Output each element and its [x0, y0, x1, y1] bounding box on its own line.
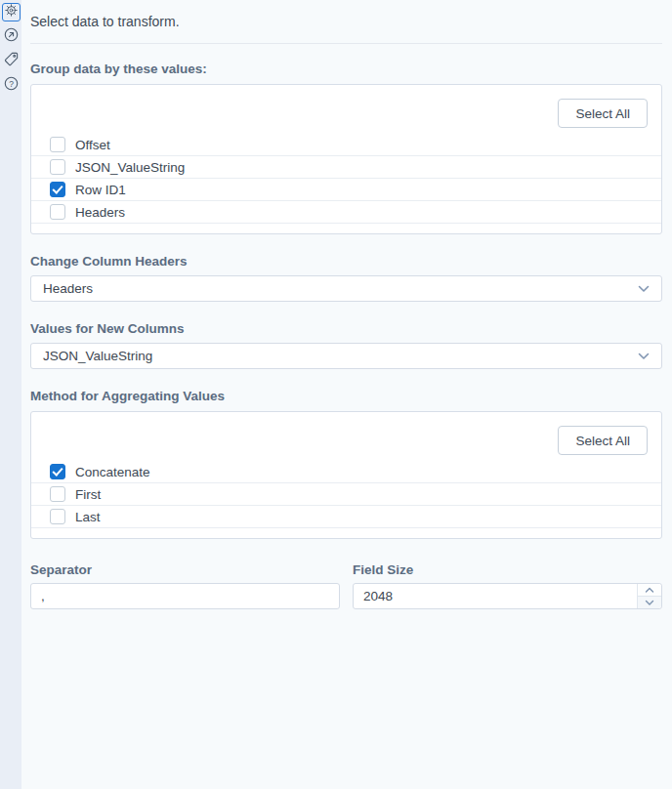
chevron-down-icon: [638, 285, 650, 293]
list-item[interactable]: Concatenate: [31, 461, 661, 483]
spin-up-button[interactable]: [638, 584, 661, 596]
list-item[interactable]: Last: [31, 506, 661, 528]
tool-config-icon-rail: ?: [0, 0, 21, 789]
checkbox-label: Headers: [75, 205, 125, 220]
tab-settings[interactable]: [2, 3, 21, 21]
svg-text:?: ?: [9, 79, 14, 89]
select-value: JSON_ValueString: [43, 349, 638, 363]
list-item[interactable]: Row ID1: [31, 179, 661, 201]
list-item[interactable]: Offset: [31, 134, 661, 156]
field-size-spinner: [637, 584, 661, 608]
group-by-select-all-button[interactable]: Select All: [558, 99, 648, 128]
field-size-label: Field Size: [353, 562, 662, 577]
list-item[interactable]: JSON_ValueString: [31, 156, 661, 179]
tool-configuration-panel: Select data to transform. Group data by …: [21, 0, 672, 789]
tab-help[interactable]: ?: [2, 76, 21, 95]
field-size-input[interactable]: [353, 583, 662, 609]
group-by-label: Group data by these values:: [30, 62, 662, 76]
checkbox[interactable]: [50, 509, 65, 524]
column-headers-label: Change Column Headers: [30, 254, 662, 269]
checkbox-label: Concatenate: [75, 465, 150, 479]
list-item[interactable]: Headers: [31, 201, 661, 224]
chevron-down-icon: [638, 353, 650, 360]
column-headers-select[interactable]: Headers: [30, 275, 662, 302]
checkbox[interactable]: [50, 486, 65, 502]
checkbox-label: JSON_ValueString: [75, 160, 185, 175]
checkbox-label: Last: [75, 510, 101, 524]
checkbox[interactable]: [50, 137, 65, 152]
checkbox-label: Offset: [75, 138, 110, 152]
instruction-text: Select data to transform.: [30, 0, 662, 29]
chevron-down-icon: [645, 600, 654, 606]
group-by-listbox: Select All Offset JSON_ValueString Row I…: [30, 84, 662, 234]
new-columns-select[interactable]: JSON_ValueString: [30, 343, 662, 369]
gear-icon: [4, 3, 19, 21]
divider: [30, 43, 662, 44]
tab-annotation[interactable]: [2, 52, 21, 70]
chevron-up-icon: [645, 587, 654, 594]
select-value: Headers: [43, 281, 638, 296]
aggregation-listbox: Select All Concatenate First Last: [30, 411, 662, 539]
new-columns-label: Values for New Columns: [30, 321, 662, 336]
checkbox[interactable]: [50, 159, 65, 175]
checkbox[interactable]: [50, 204, 65, 220]
aggregation-label: Method for Aggregating Values: [30, 389, 662, 403]
checkbox-label: Row ID1: [75, 183, 126, 197]
checkbox[interactable]: [50, 182, 65, 197]
separator-label: Separator: [30, 562, 340, 577]
checkbox-label: First: [75, 487, 101, 502]
tag-icon: [3, 51, 20, 71]
help-icon: ?: [3, 75, 20, 96]
list-item[interactable]: First: [31, 483, 661, 506]
spin-down-button[interactable]: [638, 596, 661, 608]
checkbox[interactable]: [50, 464, 65, 479]
separator-input[interactable]: [30, 583, 340, 609]
open-external-icon: [3, 26, 20, 47]
aggregation-select-all-button[interactable]: Select All: [558, 426, 648, 455]
tab-open-example[interactable]: [2, 27, 21, 46]
